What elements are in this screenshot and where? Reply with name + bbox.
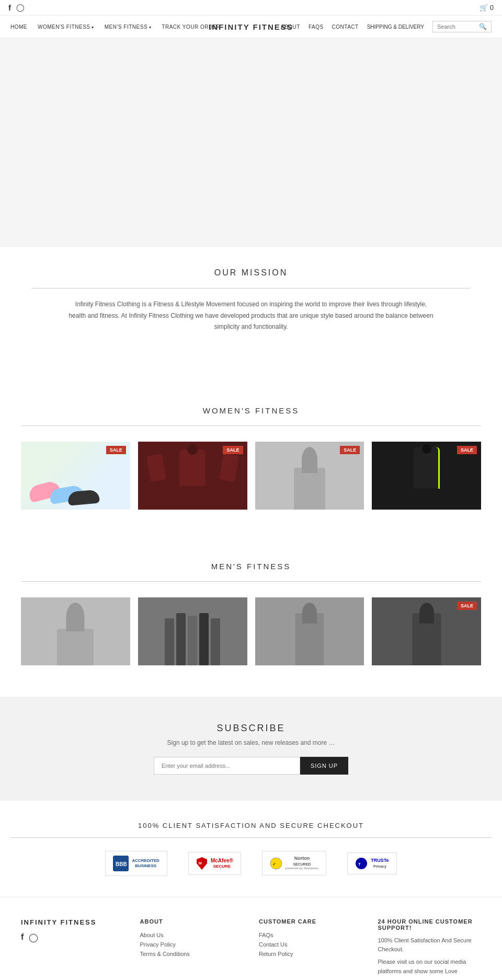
sale-badge-w4: SALE [457,446,477,454]
mission-divider [31,288,471,289]
svg-text:M: M [199,861,202,865]
womens-section-divider [21,425,481,426]
footer-instagram-icon[interactable]: ◯ [29,932,38,942]
cart-count: 0 [490,4,494,11]
sale-badge-w1: SALE [106,446,126,454]
subscribe-title: SUBSCRIBE [10,723,492,734]
womens-product-3-image: SALE [255,442,364,510]
footer-terms-link[interactable]: Terms & Conditions [140,951,244,957]
mission-title: OUR MISSION [31,268,471,278]
womens-product-2-image: SALE [138,442,247,510]
footer-support-subtext: Please visit us on our social media plat… [378,958,482,976]
cart-button[interactable]: 🛒 0 [480,4,494,11]
footer-privacy-policy-link[interactable]: Privacy Policy [140,941,244,948]
norton-badge: ✓ Norton SECURED powered by Symantec [262,851,326,875]
subscribe-button[interactable]: SIGN UP [300,757,348,775]
nav-shipping[interactable]: SHIPPING & DELIVERY [367,24,424,30]
nav-womens-fitness[interactable]: WOMEN'S FITNESS [38,24,94,30]
footer-support-col: 24 HOUR ONLINE CUSTOMER SUPPORT! 100% Cl… [378,918,482,976]
footer-brand-title: INFINITY FITNESS [21,918,124,926]
mens-product-2[interactable] [138,597,247,665]
footer-about-col: ABOUT About Us Privacy Policy Terms & Co… [140,918,244,976]
womens-product-3[interactable]: SALE [255,442,364,510]
truste-icon: T [355,857,368,870]
svg-text:✓: ✓ [272,862,276,867]
nav-contact[interactable]: CONTACT [332,24,359,30]
womens-product-1[interactable]: SALE [21,442,130,510]
bbb-icon: BBB [113,856,129,871]
trust-divider [10,837,492,838]
nav-mens-fitness[interactable]: MEN'S FITNESS [105,24,152,30]
search-input[interactable] [437,24,479,30]
trust-badges: BBB ACCREDITED BUSINESS M McAfee® SECURE… [10,851,492,876]
womens-product-2[interactable]: SALE [138,442,247,510]
sale-badge-w2: SALE [223,446,243,454]
footer-social: f ◯ [21,932,124,942]
mens-fitness-section: MEN'S FITNESS [0,541,502,676]
womens-product-4[interactable]: SALE [372,442,481,510]
mcafee-badge: M McAfee® SECURE [188,852,241,875]
subscribe-section: SUBSCRIBE Sign up to get the latest on s… [0,697,502,801]
footer-faqs-link[interactable]: FAQs [259,932,362,938]
womens-fitness-section: WOMEN'S FITNESS SALE [0,385,502,520]
subscribe-email-input[interactable] [154,757,300,775]
footer-customer-care-col: CUSTOMER CARE FAQs Contact Us Return Pol… [259,918,362,976]
facebook-icon[interactable]: f [8,3,11,12]
nav-right: ABOUT FAQS CONTACT SHIPPING & DELIVERY 🔍 [281,21,492,32]
main-nav: HOME WOMEN'S FITNESS MEN'S FITNESS TRACK… [0,16,502,38]
footer-brand: INFINITY FITNESS f ◯ [21,918,124,976]
mission-section: OUR MISSION Infinity Fitness Clothing is… [0,247,502,354]
site-logo[interactable]: INFINITY FITNESS [209,22,293,31]
footer-contact-us-link[interactable]: Contact Us [259,941,362,948]
footer-return-policy-link[interactable]: Return Policy [259,951,362,957]
mens-section-title: MEN'S FITNESS [21,562,481,571]
nav-home[interactable]: HOME [10,24,27,30]
sale-badge-w3: SALE [340,446,360,454]
sale-badge-m4: SALE [457,602,477,610]
norton-icon: ✓ [270,857,282,870]
subscribe-subtitle: Sign up to get the latest on sales, new … [10,739,492,746]
womens-products-grid: SALE SALE SALE [21,442,481,510]
trust-section: 100% CLIENT SATISFACTION AND SECURE CHEC… [0,801,502,897]
nav-faqs[interactable]: FAQS [309,24,324,30]
mission-text: Infinity Fitness Clothing is a Fitness &… [68,299,434,333]
svg-marker-2 [197,857,207,870]
mens-product-4[interactable]: SALE [372,597,481,665]
mens-product-3[interactable] [255,597,364,665]
womens-product-4-image: SALE [372,442,481,510]
footer-about-title: ABOUT [140,918,244,925]
bbb-badge: BBB ACCREDITED BUSINESS [105,851,167,876]
mens-section-divider [21,581,481,582]
mens-product-1[interactable] [21,597,130,665]
trust-title: 100% CLIENT SATISFACTION AND SECURE CHEC… [10,822,492,829]
womens-section-title: WOMEN'S FITNESS [21,406,481,415]
svg-point-6 [356,858,367,869]
instagram-icon[interactable]: ◯ [16,3,25,12]
mcafee-icon: M [196,857,208,870]
svg-text:BBB: BBB [116,861,127,867]
social-icons: f ◯ [8,3,25,12]
mens-product-3-image [255,597,364,665]
mens-product-1-image [21,597,130,665]
mens-products-grid: SALE [21,597,481,665]
svg-text:T: T [358,862,361,867]
subscribe-form: SIGN UP [10,757,492,775]
footer-support-text: 100% Client Satisfaction And Secure Chec… [378,936,482,954]
mens-product-4-image: SALE [372,597,481,665]
search-box[interactable]: 🔍 [432,21,492,32]
footer-about-us-link[interactable]: About Us [140,932,244,938]
hero-banner [0,38,502,247]
footer-facebook-icon[interactable]: f [21,932,24,942]
footer-customer-care-title: CUSTOMER CARE [259,918,362,925]
truste-badge: T TRUSTe Privacy [347,852,396,874]
cart-icon: 🛒 [480,4,488,11]
womens-product-1-image: SALE [21,442,130,510]
search-icon[interactable]: 🔍 [479,23,487,30]
top-bar: f ◯ 🛒 0 [0,0,502,16]
mens-product-2-image [138,597,247,665]
footer: INFINITY FITNESS f ◯ ABOUT About Us Priv… [0,897,502,980]
footer-support-title: 24 HOUR ONLINE CUSTOMER SUPPORT! [378,918,482,931]
